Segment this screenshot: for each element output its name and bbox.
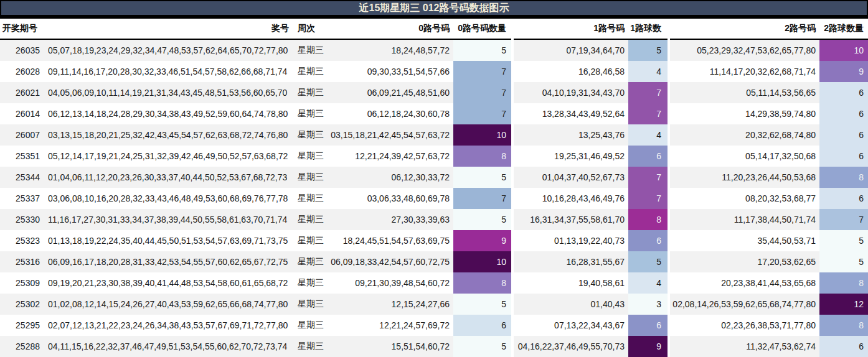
cell-winning-numbers: 02,07,12,13,21,22,23,24,26,34,38,43,53,5…: [42, 315, 293, 336]
cell-road1-numbers: 10,16,28,43,46,49,76: [512, 188, 628, 209]
cell-road1-count: 3: [628, 294, 669, 315]
cell-road0-numbers: 27,30,33,39,63: [324, 209, 453, 230]
header-draw-period: 开奖期号: [0, 19, 42, 39]
cell-road2-count: 8: [819, 272, 868, 294]
header-winning-numbers: 奖号: [42, 19, 293, 39]
cell-draw-period: 25295: [0, 315, 42, 336]
cell-road2-count: 6: [819, 103, 868, 124]
cell-draw-period: 26021: [0, 82, 42, 103]
cell-draw-period: 25344: [0, 167, 42, 188]
cell-road1-numbers: 01,13,19,22,40,73: [512, 230, 628, 251]
cell-road0-numbers: 12,15,24,27,66: [324, 294, 453, 315]
cell-road1-count: 6: [628, 146, 669, 167]
cell-road0-numbers: 06,09,21,45,48,51,60: [324, 82, 453, 103]
cell-winning-numbers: 01,04,06,11,12,20,23,26,30,33,37,40,44,5…: [42, 167, 293, 188]
cell-road1-numbers: 13,28,34,43,49,52,64: [512, 103, 628, 124]
cell-winning-numbers: 06,12,13,14,18,24,28,29,30,34,38,43,49,5…: [42, 103, 293, 124]
header-road2-numbers: 2路号码: [669, 19, 819, 39]
cell-winning-numbers: 05,12,14,17,19,21,24,25,31,32,39,42,46,4…: [42, 146, 293, 167]
cell-weekday: 星期三: [293, 39, 324, 61]
cell-road0-count: 8: [453, 146, 512, 167]
cell-weekday: 星期三: [293, 167, 324, 188]
cell-weekday: 星期三: [293, 336, 324, 357]
cell-winning-numbers: 04,11,15,16,22,32,37,46,47,49,51,53,54,5…: [42, 336, 293, 357]
cell-road2-numbers: 11,32,47,53,62,74: [669, 336, 819, 357]
header-road1-count: 1路球数: [628, 19, 669, 39]
table-row: 2602104,05,06,09,10,11,14,19,21,31,34,43…: [0, 82, 868, 103]
cell-road1-count: 5: [628, 251, 669, 272]
cell-road2-count: 10: [819, 39, 868, 61]
cell-road0-count: 5: [453, 336, 512, 357]
cell-draw-period: 25316: [0, 251, 42, 272]
cell-road2-numbers: 20,23,38,41,44,53,65,68: [669, 272, 819, 294]
header-road0-numbers: 0路号码: [324, 19, 453, 39]
cell-road2-numbers: 35,44,50,53,71: [669, 230, 819, 251]
cell-road0-numbers: 18,24,45,51,54,57,63,69,75: [324, 230, 453, 251]
cell-weekday: 星期三: [293, 124, 324, 146]
cell-draw-period: 25309: [0, 272, 42, 294]
cell-draw-period: 26028: [0, 61, 42, 82]
cell-road0-count: 7: [453, 61, 512, 82]
title-frame: 近15期星期三 012路号码数据图示: [0, 0, 868, 19]
cell-road1-count: 9: [628, 336, 669, 357]
cell-road0-numbers: 03,06,33,48,60,69,78: [324, 188, 453, 209]
road-data-table: 开奖期号 奖号 周次 0路号码 0路号码数量 1路号码 1路球数 2路号码 2路…: [0, 19, 868, 357]
cell-road2-count: 7: [819, 209, 868, 230]
cell-road1-count: 4: [628, 61, 669, 82]
cell-road0-count: 5: [453, 294, 512, 315]
cell-winning-numbers: 03,06,08,10,16,20,28,32,33,43,46,48,49,5…: [42, 188, 293, 209]
cell-draw-period: 26007: [0, 124, 42, 146]
table-row: 2601406,12,13,14,18,24,28,29,30,34,38,43…: [0, 103, 868, 124]
cell-road2-numbers: 11,14,17,20,32,62,68,71,74: [669, 61, 819, 82]
table-body: 2603505,07,18,19,23,24,29,32,34,47,48,53…: [0, 39, 868, 357]
cell-weekday: 星期三: [293, 230, 324, 251]
cell-road1-numbers: 04,16,22,37,46,49,55,70,73: [512, 336, 628, 357]
cell-road2-count: 6: [819, 146, 868, 167]
table-row: 2530909,19,20,21,23,30,38,39,40,41,44,48…: [0, 272, 868, 294]
cell-road0-numbers: 09,30,33,51,54,57,66: [324, 61, 453, 82]
cell-weekday: 星期三: [293, 272, 324, 294]
cell-road2-numbers: 20,32,62,68,74,80: [669, 124, 819, 146]
table-row: 2528804,11,15,16,22,32,37,46,47,49,51,53…: [0, 336, 868, 357]
cell-winning-numbers: 09,11,14,16,17,20,28,30,32,33,46,51,54,5…: [42, 61, 293, 82]
cell-road2-count: 6: [819, 336, 868, 357]
table-row: 2531606,09,16,17,18,20,28,31,33,42,53,54…: [0, 251, 868, 272]
cell-winning-numbers: 06,09,16,17,18,20,28,31,33,42,53,54,55,5…: [42, 251, 293, 272]
table-row: 2533011,16,17,27,30,31,33,34,37,38,39,44…: [0, 209, 868, 230]
cell-road0-numbers: 03,15,18,21,42,45,54,57,63,72: [324, 124, 453, 146]
cell-road1-count: 8: [628, 209, 669, 230]
cell-road0-count: 9: [453, 230, 512, 251]
cell-draw-period: 25337: [0, 188, 42, 209]
header-weekday: 周次: [293, 19, 324, 39]
cell-road1-count: 6: [628, 315, 669, 336]
cell-draw-period: 26035: [0, 39, 42, 61]
cell-road2-numbers: 17,20,53,62,65: [669, 251, 819, 272]
table-row: 2600703,13,15,18,20,21,25,32,42,43,45,54…: [0, 124, 868, 146]
cell-road0-numbers: 06,12,18,24,30,60,78: [324, 103, 453, 124]
header-row: 开奖期号 奖号 周次 0路号码 0路号码数量 1路号码 1路球数 2路号码 2路…: [0, 19, 868, 39]
cell-road2-numbers: 11,20,23,26,44,50,53,68: [669, 167, 819, 188]
cell-weekday: 星期三: [293, 188, 324, 209]
cell-road0-numbers: 09,21,30,39,48,54,60,72: [324, 272, 453, 294]
cell-weekday: 星期三: [293, 294, 324, 315]
cell-road1-numbers: 16,28,46,58: [512, 61, 628, 82]
cell-road1-numbers: 07,13,22,34,43,67: [512, 315, 628, 336]
header-road2-count: 2路球数量: [819, 19, 868, 39]
cell-weekday: 星期三: [293, 61, 324, 82]
cell-road2-numbers: 11,17,38,44,50,71,74: [669, 209, 819, 230]
cell-winning-numbers: 09,19,20,21,23,30,38,39,40,41,44,48,53,5…: [42, 272, 293, 294]
table-row: 2602809,11,14,16,17,20,28,30,32,33,46,51…: [0, 61, 868, 82]
cell-road2-numbers: 02,08,14,26,53,59,62,65,68,74,77,80: [669, 294, 819, 315]
cell-road0-numbers: 12,21,24,39,42,57,63,72: [324, 146, 453, 167]
cell-winning-numbers: 11,16,17,27,30,31,33,34,37,38,39,44,50,5…: [42, 209, 293, 230]
cell-weekday: 星期三: [293, 315, 324, 336]
cell-road2-count: 6: [819, 82, 868, 103]
cell-road2-numbers: 05,11,14,53,56,65: [669, 82, 819, 103]
header-road1-numbers: 1路号码: [512, 19, 628, 39]
cell-draw-period: 25323: [0, 230, 42, 251]
cell-road1-count: 7: [628, 188, 669, 209]
table-row: 2535105,12,14,17,19,21,24,25,31,32,39,42…: [0, 146, 868, 167]
cell-road0-count: 7: [453, 103, 512, 124]
cell-weekday: 星期三: [293, 209, 324, 230]
cell-winning-numbers: 01,13,18,19,22,24,35,40,44,45,50,51,53,5…: [42, 230, 293, 251]
